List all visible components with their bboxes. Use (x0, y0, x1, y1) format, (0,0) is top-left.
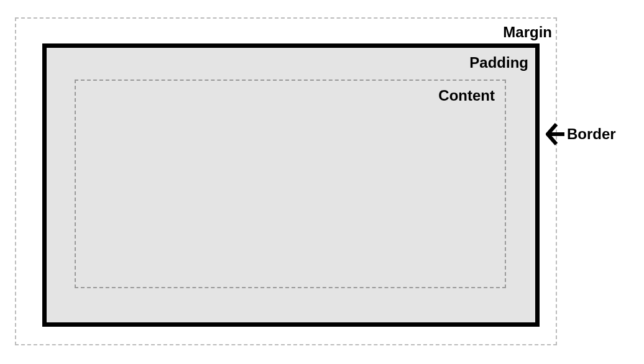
content-label: Content (438, 87, 495, 104)
arrow-left-icon (546, 122, 566, 147)
border-pointer-group: Border (546, 122, 616, 147)
margin-label: Margin (503, 24, 552, 41)
padding-label: Padding (469, 54, 528, 71)
content-box (75, 80, 506, 288)
border-label: Border (567, 125, 616, 143)
